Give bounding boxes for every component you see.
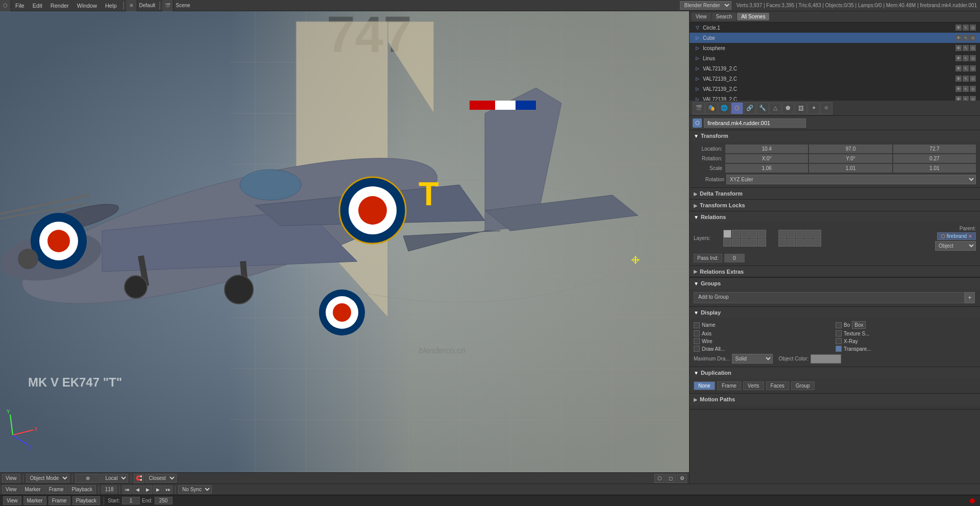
dup-group-btn[interactable]: Group	[791, 381, 815, 390]
outliner-item-cube[interactable]: ▷ Cube 👁 ↖ ⊙	[690, 33, 980, 43]
cursor-icon-val3[interactable]: ↖	[963, 86, 969, 92]
motion-paths-header[interactable]: ▶ Motion Paths	[690, 394, 980, 405]
layer-19[interactable]	[804, 238, 813, 247]
prop-tab-object[interactable]: ⬡	[731, 102, 743, 114]
viewport-options-icon[interactable]: ⚙	[677, 474, 687, 483]
scale-y-input[interactable]	[809, 164, 892, 173]
layer-7[interactable]	[732, 238, 740, 247]
layer-20[interactable]	[813, 238, 821, 247]
eye-icon-cube[interactable]: 👁	[955, 35, 962, 41]
global-local-icon[interactable]: ⊕	[75, 474, 101, 483]
object-name-input[interactable]	[704, 118, 806, 128]
next-frame-btn[interactable]: ▶	[153, 486, 162, 494]
layer-13[interactable]	[796, 230, 804, 238]
prop-tab-particles[interactable]: ✦	[807, 102, 820, 114]
scale-z-input[interactable]	[893, 164, 976, 173]
render-icon-val1[interactable]: ⊙	[970, 65, 976, 71]
rot-z-input[interactable]	[893, 154, 976, 163]
marker-btn2[interactable]: Marker	[23, 496, 46, 505]
outliner-item-linus[interactable]: ▷ Linus 👁 ↖ ⊙	[690, 53, 980, 63]
render-icon-val4[interactable]: ⊙	[970, 96, 976, 101]
cursor-icon-linus[interactable]: ↖	[963, 55, 969, 61]
duplication-section-header[interactable]: ▼ Duplication	[690, 367, 980, 378]
play-btn[interactable]: ▶	[143, 486, 152, 494]
transparent-checkbox[interactable]	[836, 346, 842, 352]
parent-tag-close[interactable]: ✕	[968, 234, 972, 239]
layer-6[interactable]	[723, 238, 731, 247]
groups-section-header[interactable]: ▼ Groups	[690, 278, 980, 289]
view-menu-btn[interactable]: View	[2, 485, 20, 494]
outliner-item-val4[interactable]: ▷ VAL72139_2.C 👁 ↖ ⊙	[690, 94, 980, 101]
box-btn[interactable]: Box	[852, 321, 866, 329]
prop-tab-physics[interactable]: ⚛	[820, 102, 832, 114]
menu-edit[interactable]: Edit	[29, 2, 46, 10]
frame-menu-btn[interactable]: Frame	[45, 485, 67, 494]
outliner-item-val2[interactable]: ▷ VAL72139_2.C 👁 ↖ ⊙	[690, 74, 980, 84]
layer-17[interactable]	[787, 238, 795, 247]
layer-12[interactable]	[787, 230, 795, 238]
menu-help[interactable]: Help	[101, 2, 121, 10]
add-group-btn[interactable]: Add to Group	[694, 292, 965, 303]
dup-verts-btn[interactable]: Verts	[743, 381, 764, 390]
start-frame-input[interactable]: 118	[102, 486, 117, 493]
layer-1[interactable]	[723, 230, 731, 238]
eye-icon-val2[interactable]: 👁	[955, 76, 962, 82]
eye-icon-linus[interactable]: 👁	[955, 55, 962, 61]
playback-btn2[interactable]: Playback	[72, 496, 101, 505]
mode-select[interactable]: Object Mode	[26, 474, 69, 483]
display-section-header[interactable]: ▼ Display	[690, 307, 980, 318]
eye-icon-val1[interactable]: 👁	[955, 65, 962, 71]
cursor-icon-val4[interactable]: ↖	[963, 96, 969, 101]
dup-frame-btn[interactable]: Frame	[717, 381, 741, 390]
jump-end-btn[interactable]: ⏭	[163, 486, 173, 494]
axis-checkbox[interactable]	[694, 330, 700, 336]
eye-icon-val3[interactable]: 👁	[955, 86, 962, 92]
outliner-item-val1[interactable]: ▷ VAL72139_2.C 👁 ↖ ⊙	[690, 63, 980, 74]
prop-tab-scene[interactable]: 🎭	[705, 102, 718, 114]
outliner-item-circle[interactable]: ▽ Circle.1 👁 ↖ ⊙	[690, 22, 980, 33]
scale-x-input[interactable]	[725, 164, 808, 173]
menu-file[interactable]: File	[11, 2, 29, 10]
layer-4[interactable]	[749, 230, 757, 238]
parent-type-select[interactable]: Object	[935, 241, 976, 251]
eye-icon-val4[interactable]: 👁	[955, 96, 962, 101]
rotation-mode-select[interactable]: XYZ Euler	[726, 175, 976, 184]
add-group-plus-btn[interactable]: +	[965, 292, 975, 303]
render-icon-linus[interactable]: ⊙	[970, 55, 976, 61]
outliner-item-icosphere[interactable]: ▷ Icosphere 👁 ↖ ⊙	[690, 43, 980, 53]
rot-y-input[interactable]	[809, 154, 892, 163]
dup-none-btn[interactable]: None	[694, 381, 715, 390]
snap-select[interactable]: Closest	[145, 474, 177, 483]
cursor-icon-ico[interactable]: ↖	[963, 45, 969, 51]
prop-tab-world[interactable]: 🌐	[718, 102, 730, 114]
layer-14[interactable]	[804, 230, 813, 238]
pass-ind-input[interactable]	[724, 254, 745, 262]
marker-menu-btn[interactable]: Marker	[21, 485, 44, 494]
wire-checkbox[interactable]	[694, 338, 700, 344]
view-btn3[interactable]: View	[2, 474, 20, 483]
menu-window[interactable]: Window	[73, 2, 101, 10]
prop-tab-modifier[interactable]: 🔧	[756, 102, 769, 114]
layer-2[interactable]	[732, 230, 740, 238]
cursor-icon-val2[interactable]: ↖	[963, 76, 969, 82]
layer-11[interactable]	[778, 230, 787, 238]
frame-btn2[interactable]: Frame	[48, 496, 70, 505]
rot-x-input[interactable]	[725, 154, 808, 163]
screen-layout-icon[interactable]: ⊞	[126, 0, 137, 11]
outliner-tab-search[interactable]: Search	[712, 13, 737, 20]
dup-faces-btn[interactable]: Faces	[766, 381, 789, 390]
eye-icon[interactable]: 👁	[955, 25, 962, 31]
relations-section-header[interactable]: ▼ Relations	[690, 211, 980, 223]
transform-locks-header[interactable]: ▶ Transform Locks	[690, 200, 980, 211]
render-icon[interactable]: ⊙	[970, 25, 976, 31]
timeline-start-input[interactable]	[122, 497, 140, 504]
view-btn2[interactable]: View	[3, 496, 21, 505]
render-icon-val2[interactable]: ⊙	[970, 76, 976, 82]
prop-tab-texture[interactable]: 🖼	[795, 102, 807, 114]
prop-tab-data[interactable]: △	[769, 102, 781, 114]
name-checkbox[interactable]	[694, 322, 700, 328]
max-draw-select[interactable]: Solid	[732, 354, 773, 364]
texture-checkbox[interactable]	[836, 330, 842, 336]
pivot-select[interactable]: Local	[102, 474, 128, 483]
jump-start-btn[interactable]: ⏮	[122, 486, 132, 494]
